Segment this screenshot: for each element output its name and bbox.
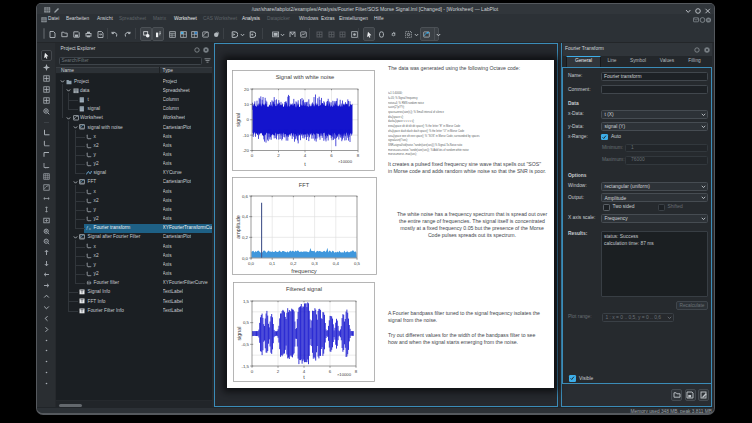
svg-text:signal: signal [236,326,242,340]
svg-text:-1,5: -1,5 [241,364,249,369]
svg-text:Signal with white noise: Signal with white noise [276,74,335,80]
svg-text:Filtered signal: Filtered signal [286,286,322,292]
svg-text:0,2: 0,2 [290,261,297,266]
svg-text:amplitude: amplitude [235,215,241,238]
svg-text:0,3: 0,3 [312,261,319,266]
svg-text:1,5: 1,5 [243,299,250,304]
svg-text:x: x [89,226,91,231]
svg-text:0,5: 0,5 [243,320,250,325]
svg-text:0,1: 0,1 [269,261,276,266]
svg-text:0,0: 0,0 [248,261,255,266]
svg-text:0,6: 0,6 [242,194,249,199]
svg-text:×10000: ×10000 [338,159,353,164]
svg-text:10: 10 [244,102,249,107]
svg-text:signal: signal [235,113,241,127]
svg-text:-20: -20 [243,148,250,153]
svg-text:-10: -10 [243,133,250,138]
svg-text:0,2: 0,2 [242,235,249,240]
svg-text:FFT: FFT [299,182,310,188]
svg-text:0,5: 0,5 [354,261,361,266]
svg-text:-0,5: -0,5 [241,342,249,347]
svg-text:×10000: ×10000 [337,372,352,377]
svg-text:20: 20 [244,87,249,92]
svg-text:frequency: frequency [291,268,317,274]
svg-text:0,4: 0,4 [242,214,249,219]
svg-text:0,4: 0,4 [333,261,340,266]
